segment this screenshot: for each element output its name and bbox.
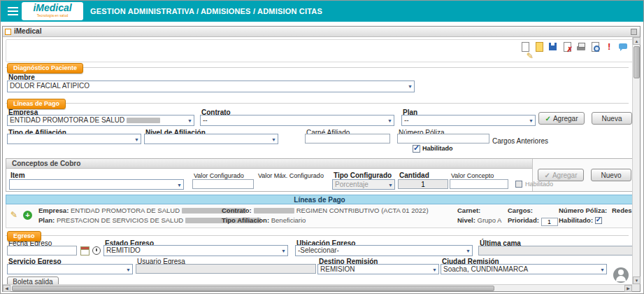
- toolbar-icon-row: [520, 41, 629, 52]
- servicio-egreso-select[interactable]: ▼: [7, 264, 133, 274]
- conceptos-nuevo-button[interactable]: Nuevo: [591, 169, 631, 181]
- open-document-icon[interactable]: [534, 41, 545, 52]
- section-divider: [6, 67, 629, 68]
- ciudad-remision-select[interactable]: Soacha, CUNDINAMARCA ▼: [441, 264, 607, 274]
- row-empresa-label: Empresa:: [38, 206, 69, 214]
- scroll-right-icon[interactable]: ▶: [624, 285, 632, 292]
- chevron-down-icon: ▼: [281, 248, 286, 253]
- print-icon[interactable]: [575, 41, 587, 52]
- check-icon: ✓: [545, 172, 550, 179]
- chevron-down-icon: ▼: [134, 137, 139, 142]
- row-empresa-value: ENTIDAD PROMOTORA DE SALUD: [71, 206, 180, 214]
- tipo-afiliacion-select[interactable]: ▼: [7, 134, 141, 144]
- conceptos-de-cobro-panel: Conceptos de Cobro Item Valor Configurad…: [6, 158, 634, 192]
- carne-afiliado-input[interactable]: [305, 134, 390, 144]
- row-tipo-afiliacion-label: Tipo Afiliacion:: [222, 216, 269, 224]
- contrato-value: --: [203, 116, 208, 124]
- window-titlebar: iMedical: [3, 27, 640, 37]
- usuario-egresa-input: [136, 264, 316, 274]
- section-divider: [6, 235, 629, 236]
- horizontal-scrollbar[interactable]: ◀ ▶: [3, 284, 632, 291]
- tipo-configurado-label: Tipo Configurado: [334, 172, 392, 179]
- window-icon: [5, 29, 11, 35]
- ultima-cama-input: [478, 246, 634, 255]
- chevron-down-icon: ▼: [432, 267, 437, 272]
- row-plan-value: PRESTACION DE SERVICIOS DE SALUD: [57, 216, 183, 224]
- edit-pencil-icon[interactable]: ✎: [527, 51, 534, 61]
- agregar-linea-button[interactable]: ✓Agregar: [538, 112, 585, 125]
- agregar-label: Agregar: [553, 115, 578, 122]
- row-col-carnet-nivel: Carnet: Nivel: Grupo A: [457, 206, 501, 226]
- row-prioridad-label: Prioridad:: [508, 216, 539, 224]
- valor-configurado-input[interactable]: [192, 179, 254, 189]
- alert-icon[interactable]: [603, 41, 615, 52]
- calendar-icon[interactable]: [80, 246, 90, 255]
- section-diagnostico-badge: Diagnóstico Paciente: [7, 63, 83, 74]
- logo-text: iMedical: [22, 2, 83, 14]
- conceptos-agregar-button: ✓Agregar: [538, 169, 584, 181]
- logo-tagline: Tecnología en salud: [22, 14, 83, 18]
- app-logo[interactable]: iMedical Tecnología en salud: [22, 2, 83, 20]
- window-control-icon[interactable]: [631, 29, 637, 35]
- delete-document-icon[interactable]: [561, 41, 573, 52]
- row-col-cargos-prioridad: Cargos: Prioridad:: [508, 206, 558, 226]
- contrato-select[interactable]: -- ▼: [200, 115, 394, 126]
- preview-document-icon[interactable]: [589, 41, 601, 52]
- numero-poliza-input[interactable]: [397, 134, 489, 144]
- add-row-icon[interactable]: +: [23, 211, 32, 220]
- nueva-linea-button[interactable]: Nueva: [592, 112, 632, 125]
- row-col-redes: Redes:: [612, 206, 634, 216]
- plan-select[interactable]: -- ▼: [401, 115, 536, 126]
- edit-row-icon[interactable]: ✎: [10, 210, 17, 220]
- item-select[interactable]: ▼: [9, 179, 184, 190]
- save-icon[interactable]: [548, 41, 559, 52]
- chevron-down-icon: ▼: [466, 248, 471, 253]
- chevron-down-icon: ▼: [271, 137, 276, 142]
- valor-concepto-input[interactable]: [450, 179, 508, 189]
- ciudad-remision-value: Soacha, CUNDINAMARCA: [443, 265, 528, 273]
- estado-egreso-select[interactable]: REMITIDO ▼: [103, 245, 288, 256]
- destino-remision-value: REMISION: [320, 265, 355, 273]
- diagnostico-nombre-value: DOLOR FACIAL ATIPICO: [10, 82, 90, 90]
- lineas-pago-table-header: Líneas de Pago: [6, 195, 634, 204]
- scroll-up-icon[interactable]: ▲: [633, 37, 641, 45]
- comment-icon[interactable]: [617, 41, 629, 52]
- habilitado-checkbox[interactable]: [413, 145, 420, 153]
- destino-remision-select[interactable]: REMISION ▼: [317, 264, 439, 274]
- conceptos-habilitado-checkbox: [515, 181, 522, 188]
- item-label: Item: [10, 172, 25, 179]
- horizontal-scrollbar-thumb[interactable]: [12, 286, 494, 291]
- plan-value: --: [404, 116, 409, 124]
- chevron-down-icon: ▼: [600, 267, 605, 272]
- row-plan-label: Plan:: [38, 216, 55, 224]
- empresa-select[interactable]: ENTIDAD PROMOTORA DE SALUD ▼: [7, 115, 194, 126]
- empresa-value: ENTIDAD PROMOTORA DE SALUD: [10, 116, 124, 124]
- clock-icon[interactable]: [92, 246, 101, 255]
- tipo-configurado-select: Porcentaje ▼: [332, 179, 395, 190]
- check-icon: ✓: [545, 115, 551, 122]
- imedical-window: iMedical ✎ Diagnóstico Paciente Nombre D…: [2, 26, 641, 292]
- tipo-configurado-value: Porcentaje: [335, 181, 368, 188]
- row-col-contrato-tipo: Contrato:REGIMEN CONTRIBUTIVO (ACTA 01 2…: [222, 206, 429, 226]
- section-egreso-badge: Egreso: [7, 231, 41, 241]
- valor-max-configurado-label: Valor Máx. Configurado: [258, 172, 324, 179]
- menu-icon[interactable]: [8, 7, 18, 15]
- help-support-icon[interactable]: [613, 267, 629, 283]
- row-habilitado-checkbox[interactable]: [595, 217, 602, 224]
- estado-egreso-value: REMITIDO: [106, 246, 141, 254]
- redacted-text: [127, 118, 160, 123]
- vertical-scrollbar-thumb[interactable]: [634, 46, 640, 78]
- scroll-left-icon[interactable]: ◀: [3, 285, 10, 292]
- ubicacion-egreso-select[interactable]: -Seleccionar- ▼: [295, 245, 473, 256]
- vertical-scrollbar[interactable]: ▲ ▼: [632, 37, 640, 284]
- valor-configurado-label: Valor Configurado: [194, 172, 244, 179]
- nivel-afiliacion-select[interactable]: ▼: [144, 134, 278, 144]
- fecha-egreso-input[interactable]: [7, 246, 77, 255]
- row-prioridad-input[interactable]: [541, 218, 558, 226]
- scroll-down-icon[interactable]: ▼: [633, 276, 641, 284]
- diagnostico-nombre-select[interactable]: DOLOR FACIAL ATIPICO ▼: [7, 80, 415, 92]
- chevron-down-icon: ▼: [177, 183, 182, 188]
- chevron-down-icon: ▼: [187, 118, 192, 123]
- valor-concepto-label: Valor Concepto: [451, 172, 494, 179]
- lineas-pago-table-row[interactable]: ✎ + Empresa: ENTIDAD PROMOTORA DE SALUD …: [6, 204, 634, 228]
